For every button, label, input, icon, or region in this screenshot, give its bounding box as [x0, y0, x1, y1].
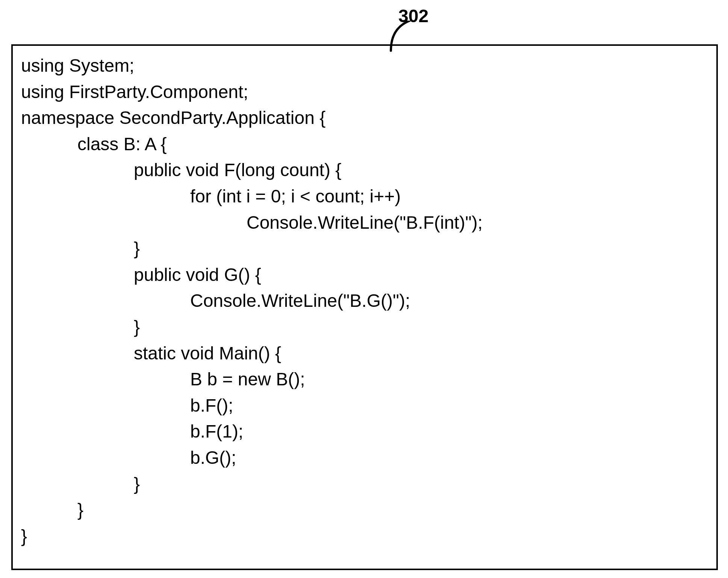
- code-line: class B: A {: [21, 131, 708, 157]
- code-line: Console.WriteLine("B.G()");: [21, 288, 708, 314]
- code-line: }: [21, 523, 708, 549]
- code-line: using System;: [21, 53, 708, 79]
- code-line: }: [21, 471, 708, 497]
- callout-annotation: 302: [387, 6, 428, 26]
- code-line: b.F();: [21, 392, 708, 419]
- code-line: for (int i = 0; i < count; i++): [21, 183, 708, 210]
- code-line: b.G();: [21, 445, 708, 471]
- code-line: using FirstParty.Component;: [21, 79, 708, 105]
- code-line: B b = new B();: [21, 366, 708, 392]
- code-line: Console.WriteLine("B.F(int)");: [21, 210, 708, 236]
- code-line: public void G() {: [21, 262, 708, 288]
- code-line: b.F(1);: [21, 418, 708, 445]
- code-line: }: [21, 497, 708, 523]
- code-line: namespace SecondParty.Application {: [21, 105, 708, 131]
- code-listing-box: using System; using FirstParty.Component…: [11, 44, 718, 570]
- code-line: }: [21, 314, 708, 340]
- code-line: }: [21, 235, 708, 262]
- code-line: public void F(long count) {: [21, 157, 708, 183]
- code-line: static void Main() {: [21, 340, 708, 367]
